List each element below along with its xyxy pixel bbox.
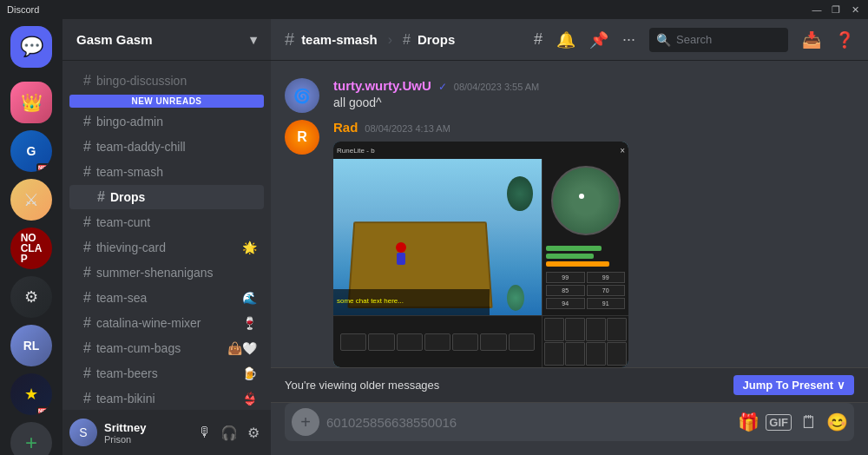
mute-button[interactable]: 🎙 <box>194 422 215 443</box>
server-icon-3[interactable]: ⚔ <box>10 179 52 221</box>
notification-icon[interactable]: 🔔 <box>556 30 575 49</box>
close-button[interactable]: ✕ <box>849 4 861 16</box>
server-new-badge: NEW <box>36 163 52 172</box>
verified-icon: ✓ <box>438 81 447 93</box>
channel-name-team-daddy-chill: team-daddy-chill <box>96 140 257 154</box>
channel-hash-icon: # <box>83 214 91 230</box>
deafen-button[interactable]: 🎧 <box>219 422 240 443</box>
channel-item-team-sea[interactable]: # team-sea 🌊 <box>69 286 264 310</box>
message-input[interactable] <box>326 406 731 439</box>
server-name-bar[interactable]: Gasm Gasm ▾ <box>62 19 271 61</box>
attach-button[interactable]: + <box>292 408 319 436</box>
app-title: Discord <box>7 4 811 15</box>
jump-to-present-label: Jump To Present <box>742 379 833 392</box>
topbar-channel-path: team-smash <box>301 32 378 47</box>
channel-name-bingo-admin: bingo-admin <box>96 115 257 129</box>
server-name: Gasm Gasm <box>76 32 153 47</box>
channel-item-team-bikini[interactable]: # team-bikini 👙 <box>69 386 264 410</box>
message-content-turty: turty.wurty.UwU ✓ 08/04/2023 3:55 AM all… <box>333 78 854 112</box>
topbar: # team-smash › # Drops # 🔔 📌 ··· 🔍 📥 ❓ <box>271 19 868 61</box>
channel-item-team-cum-bags[interactable]: # team-cum-bags 👜🤍 <box>69 336 264 360</box>
channel-item-team-daddy-chill[interactable]: # team-daddy-chill <box>69 135 264 159</box>
server-icon-6[interactable]: RL <box>10 325 52 366</box>
timestamp-turty: 08/04/2023 3:55 AM <box>454 82 539 92</box>
server-icon-5[interactable]: ⚙ <box>10 276 52 318</box>
channel-emoji: 👜🤍 <box>227 341 257 355</box>
search-bar[interactable]: 🔍 <box>649 28 788 52</box>
messages-area: 🌀 turty.wurty.UwU ✓ 08/04/2023 3:55 AM a… <box>271 61 868 367</box>
pin-icon[interactable]: 📌 <box>589 30 608 49</box>
message-input-area: + 🎁 GIF 🗒 😊 <box>271 403 868 455</box>
user-avatar: S <box>69 419 97 446</box>
emoji-icon[interactable]: 😊 <box>826 412 847 432</box>
search-input[interactable] <box>676 33 781 46</box>
add-server-button[interactable]: + <box>10 422 52 455</box>
inbox-icon[interactable]: 📥 <box>802 30 821 49</box>
maximize-button[interactable]: ❐ <box>830 4 842 16</box>
channel-hash-icon: # <box>83 391 91 406</box>
channel-item-drops[interactable]: # Drops <box>69 185 264 209</box>
discord-logo-icon: 💬 <box>20 36 43 58</box>
more-icon[interactable]: ··· <box>622 30 635 49</box>
server-icon-7[interactable]: ★ NEW <box>10 373 52 415</box>
channel-name-team-smash: team-smash <box>96 165 257 179</box>
topbar-channel-name: Drops <box>418 32 455 47</box>
channel-hash-icon: # <box>83 340 91 356</box>
timestamp-rad: 08/04/2023 4:13 AM <box>365 123 450 134</box>
titlebar: Discord — ❐ ✕ <box>0 0 868 19</box>
username-turty: turty.wurty.UwU <box>333 78 431 93</box>
channel-name-thieving-card: thieving-card <box>96 241 237 254</box>
server-icon-4[interactable]: NOCLAP <box>10 228 52 269</box>
channels-icon[interactable]: # <box>534 30 542 49</box>
channel-item-team-beers[interactable]: # team-beers 🍺 <box>69 361 264 386</box>
message-row-rad: R Rad 08/04/2023 4:13 AM RuneLite - b <box>271 116 868 367</box>
new-unreads-label: NEW UNREADS <box>69 95 264 108</box>
channel-item-bingo-admin[interactable]: # bingo-admin <box>69 109 264 134</box>
channel-hash-icon: # <box>83 139 91 155</box>
sticker-icon[interactable]: 🗒 <box>799 412 819 432</box>
server-icon-home[interactable]: 💬 <box>10 26 52 68</box>
channel-list: # bingo-discussion NEW UNREADS # bingo-a… <box>62 61 271 410</box>
channel-item-team-smash[interactable]: # team-smash <box>69 160 264 184</box>
channel-item-bingo-discussion[interactable]: # bingo-discussion <box>69 69 264 93</box>
channel-name-team-cunt: team-cunt <box>96 215 257 229</box>
topbar-separator: › <box>388 32 392 48</box>
channel-item-catalina-wine-mixer[interactable]: # catalina-wine-mixer 🍷 <box>69 311 264 335</box>
channel-hash-icon: # <box>83 290 91 306</box>
channel-item-thieving-card[interactable]: # thieving-card 🌟 <box>69 235 264 260</box>
server-sidebar: 💬 👑 G NEW ⚔ NOCLAP ⚙ RL ★ N <box>0 19 62 455</box>
topbar-icons: # 🔔 📌 ··· 🔍 📥 ❓ <box>534 28 854 52</box>
window-controls[interactable]: — ❐ ✕ <box>811 4 861 16</box>
server-icon-2[interactable]: G NEW <box>10 130 52 172</box>
channel-name-team-bikini: team-bikini <box>96 392 237 406</box>
jump-to-present-button[interactable]: Jump To Present ∨ <box>733 375 854 395</box>
channel-name-summer-shenanigans: summer-shenanigans <box>96 266 257 280</box>
user-action-icons: 🎙 🎧 ⚙ <box>194 422 264 443</box>
message-input-icons: 🎁 GIF 🗒 😊 <box>738 412 847 432</box>
rad-avatar-img: R <box>285 120 319 155</box>
server-chevron-icon: ▾ <box>250 32 257 48</box>
channel-hash-icon: # <box>83 366 91 381</box>
channel-hash-icon: # <box>83 73 91 89</box>
app-body: 💬 👑 G NEW ⚔ NOCLAP ⚙ RL ★ N <box>0 19 868 455</box>
message-row: 🌀 turty.wurty.UwU ✓ 08/04/2023 3:55 AM a… <box>271 75 868 116</box>
server-icon-1[interactable]: 👑 <box>10 82 52 123</box>
channel-emoji: 🍷 <box>242 316 257 330</box>
channel-hash-icon-drops: # <box>97 189 105 205</box>
user-avatar-icon: S <box>79 425 87 439</box>
gift-icon[interactable]: 🎁 <box>738 412 759 432</box>
gif-icon[interactable]: GIF <box>766 414 792 431</box>
minimize-button[interactable]: — <box>811 4 823 16</box>
osrs-game-visual: RuneLite - b × <box>333 142 628 367</box>
channel-item-team-cunt[interactable]: # team-cunt <box>69 210 264 234</box>
channel-hash-icon: # <box>83 114 91 129</box>
channel-emoji: 👙 <box>242 392 257 406</box>
search-icon: 🔍 <box>656 33 671 47</box>
help-icon[interactable]: ❓ <box>835 30 854 49</box>
channel-name: bingo-discussion <box>96 74 257 88</box>
channel-item-summer-shenanigans[interactable]: # summer-shenanigans <box>69 260 264 285</box>
channel-sidebar: Gasm Gasm ▾ # bingo-discussion NEW UNREA… <box>62 19 271 455</box>
channel-name-team-sea: team-sea <box>96 291 237 305</box>
user-status: Prison <box>104 434 187 445</box>
settings-button[interactable]: ⚙ <box>243 422 264 443</box>
